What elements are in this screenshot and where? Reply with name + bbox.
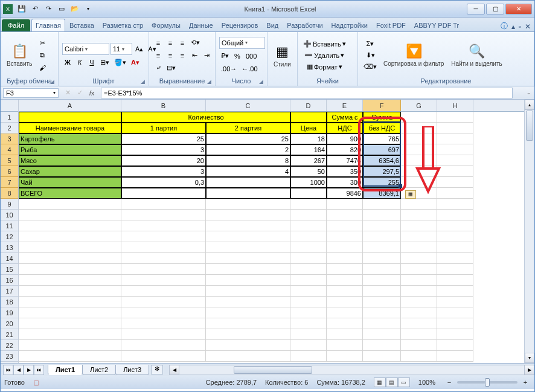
- cell-D19[interactable]: [290, 307, 327, 318]
- cell-D4[interactable]: 164: [290, 144, 327, 155]
- undo-icon[interactable]: ↶: [30, 4, 40, 14]
- cell-C11[interactable]: [206, 220, 290, 231]
- row-header-5[interactable]: 5: [1, 155, 18, 166]
- border-icon[interactable]: ⊞▾: [98, 57, 111, 68]
- cell-G1[interactable]: [401, 112, 437, 123]
- cut-icon[interactable]: ✂: [37, 38, 48, 49]
- cell-C2[interactable]: 2 партия: [206, 123, 290, 133]
- cell-G9[interactable]: [401, 199, 437, 210]
- macro-record-icon[interactable]: ▢: [33, 379, 39, 387]
- save-icon[interactable]: 💾: [16, 4, 27, 14]
- cell-E23[interactable]: [327, 351, 363, 362]
- row-header-4[interactable]: 4: [1, 144, 18, 155]
- cell-B11[interactable]: [121, 220, 206, 231]
- cell-H3[interactable]: [437, 133, 473, 144]
- minimize-ribbon-icon[interactable]: ▴: [511, 22, 515, 31]
- tab-review[interactable]: Рецензиров: [217, 19, 263, 31]
- col-header-G[interactable]: G: [401, 100, 437, 111]
- cell-D15[interactable]: [290, 264, 327, 275]
- cell-C7[interactable]: [206, 177, 290, 188]
- cell-E4[interactable]: 820: [327, 144, 363, 155]
- cell-G6[interactable]: [401, 166, 437, 177]
- cell-C12[interactable]: [206, 231, 290, 242]
- cell-D14[interactable]: [290, 253, 327, 264]
- format-painter-icon[interactable]: 🖌: [37, 62, 48, 73]
- cell-H19[interactable]: [437, 307, 473, 318]
- cell-H2[interactable]: [437, 123, 473, 133]
- cell-D9[interactable]: [290, 199, 327, 210]
- autosum-icon[interactable]: Σ▾: [362, 39, 379, 50]
- view-pagebreak-icon[interactable]: ▭: [398, 378, 410, 387]
- cell-F21[interactable]: [363, 329, 401, 340]
- cell-B20[interactable]: [121, 318, 206, 329]
- cell-A8[interactable]: ВСЕГО: [19, 188, 121, 199]
- cell-G3[interactable]: [401, 133, 437, 144]
- cell-B14[interactable]: [121, 253, 206, 264]
- cell-C23[interactable]: [206, 351, 290, 362]
- tab-prev-icon[interactable]: ◀: [13, 365, 24, 375]
- cell-H4[interactable]: [437, 144, 473, 155]
- cell-A9[interactable]: [19, 199, 121, 210]
- cell-F22[interactable]: [363, 340, 401, 351]
- cell-A3[interactable]: Картофель: [19, 133, 121, 144]
- cell-A17[interactable]: [19, 286, 121, 297]
- cell-D13[interactable]: [290, 242, 327, 253]
- wrap-text-icon[interactable]: ⤶: [153, 63, 164, 74]
- col-header-C[interactable]: C: [206, 100, 290, 111]
- cells-delete-button[interactable]: ➖Удалить▾: [301, 50, 348, 61]
- cell-H17[interactable]: [437, 286, 473, 297]
- cell-G2[interactable]: [401, 123, 437, 133]
- cell-A14[interactable]: [19, 253, 121, 264]
- cell-C17[interactable]: [206, 286, 290, 297]
- cell-F8[interactable]: 8369,1: [363, 188, 401, 199]
- cell-G19[interactable]: [401, 307, 437, 318]
- cell-B16[interactable]: [121, 275, 206, 286]
- font-size-combo[interactable]: 11▾: [111, 43, 132, 55]
- col-header-E[interactable]: E: [327, 100, 363, 111]
- cell-D21[interactable]: [290, 329, 327, 340]
- percent-icon[interactable]: %: [232, 51, 243, 62]
- cell-G22[interactable]: [401, 340, 437, 351]
- redo-icon[interactable]: ↷: [43, 4, 54, 14]
- copy-icon[interactable]: ⧉: [37, 50, 48, 61]
- inc-decimal-icon[interactable]: .00→: [219, 63, 239, 74]
- sort-filter-button[interactable]: 🔽Сортировка и фильтр: [381, 42, 446, 68]
- cell-F13[interactable]: [363, 242, 401, 253]
- cell-H7[interactable]: [437, 177, 473, 188]
- cell-A13[interactable]: [19, 242, 121, 253]
- tab-view[interactable]: Вид: [262, 19, 283, 31]
- cell-G23[interactable]: [401, 351, 437, 362]
- bold-icon[interactable]: Ж: [62, 57, 73, 68]
- cell-G14[interactable]: [401, 253, 437, 264]
- cell-E18[interactable]: [327, 297, 363, 307]
- cell-E1[interactable]: Сумма с: [327, 112, 363, 123]
- cell-E15[interactable]: [327, 264, 363, 275]
- cancel-formula-icon[interactable]: ✕: [62, 89, 73, 97]
- cell-H8[interactable]: [437, 188, 473, 199]
- cell-A1[interactable]: [19, 112, 121, 123]
- cell-H16[interactable]: [437, 275, 473, 286]
- grow-font-icon[interactable]: A▴: [133, 43, 145, 54]
- autofill-options-icon[interactable]: ▦: [405, 190, 416, 199]
- cell-F19[interactable]: [363, 307, 401, 318]
- cell-B9[interactable]: [121, 199, 206, 210]
- cell-B17[interactable]: [121, 286, 206, 297]
- horizontal-scrollbar[interactable]: ◀ ▶: [169, 365, 534, 375]
- cell-G10[interactable]: [401, 210, 437, 220]
- cell-B19[interactable]: [121, 307, 206, 318]
- cell-H23[interactable]: [437, 351, 473, 362]
- cell-F16[interactable]: [363, 275, 401, 286]
- zoom-slider[interactable]: [457, 381, 517, 384]
- align-bottom-icon[interactable]: ≡: [177, 37, 188, 48]
- cell-B10[interactable]: [121, 210, 206, 220]
- tab-layout[interactable]: Разметка стр: [98, 19, 147, 31]
- cell-A5[interactable]: Мясо: [19, 155, 121, 166]
- font-name-combo[interactable]: Calibri▾: [62, 43, 109, 55]
- cell-E10[interactable]: [327, 210, 363, 220]
- cell-C9[interactable]: [206, 199, 290, 210]
- dialog-launcher-icon[interactable]: ◢: [207, 79, 211, 85]
- row-header-9[interactable]: 9: [1, 199, 18, 210]
- cell-D18[interactable]: [290, 297, 327, 307]
- dialog-launcher-icon[interactable]: ◢: [50, 79, 54, 85]
- find-select-button[interactable]: 🔍Найти и выделить: [449, 42, 504, 68]
